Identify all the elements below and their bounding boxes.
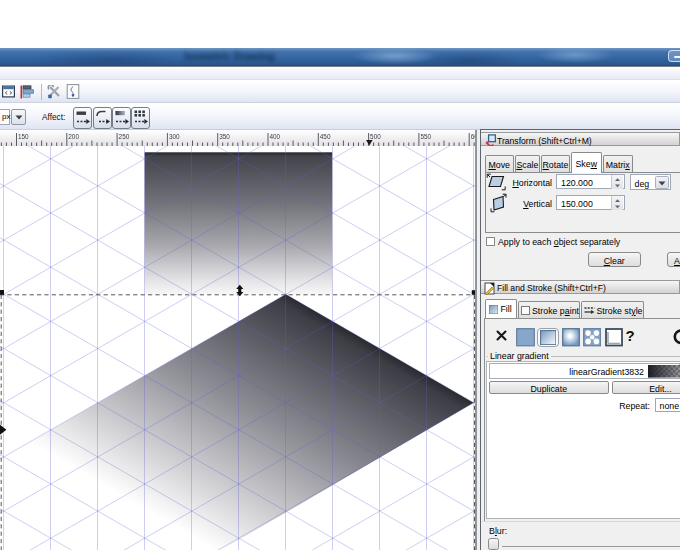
svg-text:400: 400: [270, 133, 281, 140]
svg-text:150: 150: [18, 133, 29, 140]
svg-text:450: 450: [320, 133, 331, 140]
svg-text:200: 200: [68, 133, 79, 140]
svg-text:500: 500: [370, 133, 381, 140]
svg-text:250: 250: [119, 133, 130, 140]
svg-text:550: 550: [420, 133, 431, 140]
svg-text:350: 350: [219, 133, 230, 140]
svg-text:300: 300: [169, 133, 180, 140]
